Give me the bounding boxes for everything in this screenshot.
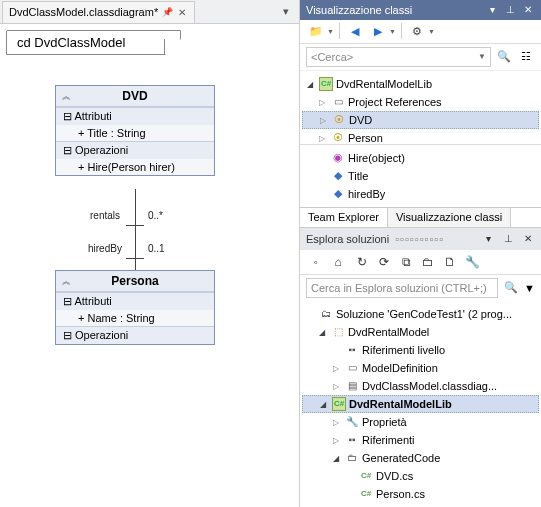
attributes-section[interactable]: ⊟ Attributi [56, 292, 214, 310]
tree-node-dvd[interactable]: ⦿DVD [302, 111, 539, 129]
toggle-icon[interactable]: ⊟ [62, 144, 72, 157]
dropdown-icon[interactable]: ▼ [478, 52, 486, 61]
toggle-icon[interactable]: ⊟ [62, 295, 72, 308]
assoc-role-rentals[interactable]: rentals [90, 210, 120, 221]
close-icon[interactable]: ✕ [176, 6, 188, 18]
separator [339, 23, 340, 39]
attribute-row[interactable]: + Title : String [56, 125, 214, 141]
tab-team-explorer[interactable]: Team Explorer [300, 208, 388, 227]
window-menu-icon[interactable]: ▾ [485, 4, 499, 15]
window-menu-icon[interactable]: ▾ [481, 233, 495, 244]
collapse-chevron-icon[interactable]: ︽ [62, 275, 69, 288]
assoc-role-hiredby[interactable]: hiredBy [88, 243, 122, 254]
collapse-chevron-icon[interactable]: ︽ [62, 90, 69, 103]
dropdown-icon[interactable]: ▼ [524, 282, 535, 294]
show-all-files-button[interactable]: 🗀 [418, 252, 438, 272]
tree-node-project-lib[interactable]: C#DvdRentalModelLib [302, 395, 539, 413]
new-folder-button[interactable]: 📁 [306, 21, 326, 41]
dropdown-icon[interactable]: ▼ [389, 28, 396, 35]
search-button[interactable]: 🔍 [502, 279, 520, 297]
settings-button[interactable]: ⚙ [407, 21, 427, 41]
dropdown-icon[interactable]: ▼ [327, 28, 334, 35]
tree-node-properties[interactable]: 🔧Proprietà [302, 413, 539, 431]
tree-node-project-model[interactable]: ⬚DvdRentalModel [302, 323, 539, 341]
expander-icon[interactable] [330, 363, 342, 373]
expander-icon[interactable] [330, 435, 342, 445]
back-button[interactable]: ◦ [306, 252, 326, 272]
document-tab[interactable]: DvdClassModel.classdiagram* 📌 ✕ [2, 1, 195, 23]
expander-icon[interactable] [330, 417, 342, 427]
tree-node-layer-refs[interactable]: ▪▪Riferimenti livello [302, 341, 539, 359]
search-options-button[interactable]: ☷ [517, 48, 535, 66]
tree-node-refs[interactable]: ▭Project References [302, 93, 539, 111]
tree-node-file-dvd[interactable]: C#DVD.cs [302, 467, 539, 485]
member-row-property[interactable]: ◆Title [302, 167, 539, 185]
collapse-all-button[interactable]: ⧉ [396, 252, 416, 272]
solution-explorer-header[interactable]: Esplora soluzioni ▫▫▫▫▫▫▫▫▫▫ ▾ ⊥ ✕ [300, 228, 541, 250]
forward-button[interactable]: ▶ [368, 21, 388, 41]
expander-icon[interactable] [317, 115, 329, 125]
solution-explorer-panel: Esplora soluzioni ▫▫▫▫▫▫▫▫▫▫ ▾ ⊥ ✕ ◦ ⌂ ↻… [300, 227, 541, 507]
tree-node-file-person[interactable]: C#Person.cs [302, 485, 539, 503]
class-name: DVD [122, 89, 147, 103]
tab-overflow-dropdown[interactable]: ▾ [279, 3, 293, 20]
grip-dots: ▫▫▫▫▫▫▫▫▫▫ [395, 233, 475, 245]
search-button[interactable]: 🔍 [495, 48, 513, 66]
section-label: Operazioni [75, 329, 128, 341]
node-label: Riferimenti [362, 434, 415, 446]
class-header[interactable]: ︽ DVD [56, 86, 214, 107]
close-icon[interactable]: ✕ [521, 233, 535, 244]
member-row-method[interactable]: ◉Hire(object) [302, 149, 539, 167]
assoc-mult-hiredby[interactable]: 0..1 [148, 243, 165, 254]
home-button[interactable]: ⌂ [328, 252, 348, 272]
tree-node-person[interactable]: ⦿Person [302, 129, 539, 144]
sync-button[interactable]: ↻ [352, 252, 372, 272]
classview-header[interactable]: Visualizzazione classi ▾ ⊥ ✕ [300, 0, 541, 20]
expander-icon[interactable] [330, 381, 342, 391]
solution-search-input[interactable]: Cerca in Esplora soluzioni (CTRL+;) [306, 278, 498, 298]
class-box-dvd[interactable]: ︽ DVD ⊟ Attributi + Title : String ⊟ Ope… [55, 85, 215, 176]
wrench-icon: 🔧 [345, 415, 359, 429]
diagram-editor-pane: DvdClassModel.classdiagram* 📌 ✕ ▾ cd Dvd… [0, 0, 300, 507]
tree-node-project[interactable]: C#DvdRentalModelLib [302, 75, 539, 93]
toggle-icon[interactable]: ⊟ [62, 110, 72, 123]
tab-class-view[interactable]: Visualizzazione classi [388, 208, 511, 227]
operation-row[interactable]: + Hire(Person hirer) [56, 159, 214, 175]
section-label: Attributi [74, 110, 111, 122]
assoc-mult-rentals[interactable]: 0..* [148, 210, 163, 221]
toggle-icon[interactable]: ⊟ [62, 329, 72, 342]
tree-node-references[interactable]: ▪▪Riferimenti [302, 431, 539, 449]
node-label: Soluzione 'GenCodeTest1' (2 prog... [336, 308, 512, 320]
diagram-canvas[interactable]: ︽ DVD ⊟ Attributi + Title : String ⊟ Ope… [0, 55, 299, 502]
dropdown-icon[interactable]: ▼ [428, 28, 435, 35]
pin-icon[interactable]: ⊥ [503, 4, 517, 15]
section-label: Attributi [74, 295, 111, 307]
classview-search-input[interactable]: <Cerca> ▼ [306, 47, 491, 67]
expander-icon[interactable] [317, 399, 329, 409]
property-icon: ◆ [331, 169, 345, 183]
close-icon[interactable]: ✕ [521, 4, 535, 15]
tree-node-classdiagram[interactable]: ▤DvdClassModel.classdiag... [302, 377, 539, 395]
class-box-persona[interactable]: ︽ Persona ⊟ Attributi + Name : String ⊟ … [55, 270, 215, 345]
back-button[interactable]: ◀ [345, 21, 365, 41]
refresh-button[interactable]: ⟳ [374, 252, 394, 272]
attribute-row[interactable]: + Name : String [56, 310, 214, 326]
tree-node-generatedcode[interactable]: 🗀GeneratedCode [302, 449, 539, 467]
expander-icon[interactable] [316, 97, 328, 107]
pin-icon[interactable]: 📌 [162, 7, 172, 17]
operations-section[interactable]: ⊟ Operazioni [56, 326, 214, 344]
expander-icon[interactable] [304, 79, 316, 89]
csharp-project-icon: C# [332, 397, 346, 411]
expander-icon[interactable] [330, 453, 342, 463]
class-header[interactable]: ︽ Persona [56, 271, 214, 292]
tree-node-modeldef[interactable]: ▭ModelDefinition [302, 359, 539, 377]
operations-section[interactable]: ⊟ Operazioni [56, 141, 214, 159]
properties-button[interactable]: 🔧 [462, 252, 482, 272]
attributes-section[interactable]: ⊟ Attributi [56, 107, 214, 125]
member-row-field[interactable]: ◆hiredBy [302, 185, 539, 203]
preview-button[interactable]: 🗋 [440, 252, 460, 272]
pin-icon[interactable]: ⊥ [501, 233, 515, 244]
expander-icon[interactable] [316, 327, 328, 337]
expander-icon[interactable] [316, 133, 328, 143]
tree-node-solution[interactable]: 🗂Soluzione 'GenCodeTest1' (2 prog... [302, 305, 539, 323]
